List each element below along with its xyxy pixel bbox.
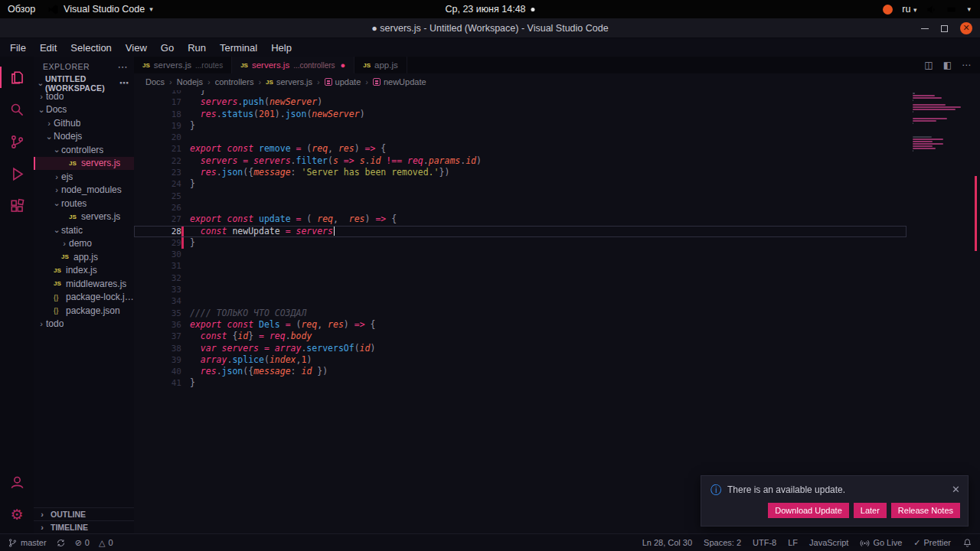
tree-item-demo[interactable]: ›demo (34, 237, 134, 251)
explorer-button[interactable] (0, 61, 34, 93)
menu-selection[interactable]: Selection (64, 38, 118, 57)
screen-share-indicator-icon[interactable] (883, 5, 893, 15)
account-button[interactable] (0, 466, 34, 498)
download-update-button[interactable]: Download Update (768, 503, 848, 518)
breadcrumb-docs[interactable]: Docs (145, 77, 165, 86)
close-icon[interactable]: ✕ (952, 484, 960, 495)
tree-item-controllers[interactable]: ⌄controllers (34, 143, 134, 157)
breadcrumb-servers.js[interactable]: JSservers.js (266, 77, 312, 86)
code-line-25[interactable]: 25 (134, 191, 906, 202)
code-line-27[interactable]: 27export const update = ( req, res) => { (134, 214, 906, 225)
extensions-button[interactable] (0, 190, 34, 222)
later-button[interactable]: Later (854, 503, 887, 518)
code-line-24[interactable]: 24} (134, 178, 906, 190)
breadcrumb-newupdate[interactable]: newUpdate (373, 77, 426, 86)
code-line-28[interactable]: 28 const newUpdate = servers (134, 226, 906, 237)
notifications-bell-status-item[interactable] (962, 538, 972, 548)
tree-item-package-json[interactable]: {}package.json (34, 304, 134, 318)
toggle-editor-layout-button[interactable]: ◧ (943, 60, 952, 70)
clock-menu[interactable]: Ср, 23 июня 14:48 (445, 4, 534, 15)
tree-item-github[interactable]: ›Github (34, 116, 134, 130)
tree-item-node-modules[interactable]: ›node_modules (34, 184, 134, 197)
tree-item-middlewares-js[interactable]: JSmiddlewares.js (34, 277, 134, 291)
code-line-39[interactable]: 39 array.splice(index,1) (134, 354, 906, 366)
code-line-34[interactable]: 34 (134, 295, 906, 307)
code-line-32[interactable]: 32 (134, 272, 906, 284)
tree-item-app-js[interactable]: JSapp.js (34, 250, 134, 264)
encoding-status-item[interactable]: UTF-8 (753, 538, 776, 547)
tab-servers-js-1[interactable]: JSservers.js...controllers● (232, 57, 354, 73)
code-line-17[interactable]: 17 servers.push(newServer) (134, 96, 906, 108)
code-line-29[interactable]: 29} (134, 237, 906, 249)
vertical-scrollbar[interactable] (971, 90, 980, 533)
battery-icon[interactable] (946, 4, 958, 15)
minimize-button[interactable] (921, 28, 929, 29)
code-line-23[interactable]: 23 res.json({message: 'Server has been r… (134, 167, 906, 178)
source-control-button[interactable] (0, 126, 34, 158)
eol-sequence-status-item[interactable]: LF (788, 538, 798, 547)
menu-edit[interactable]: Edit (33, 38, 64, 57)
split-editor-button[interactable]: ◫ (924, 60, 933, 70)
minimap[interactable] (906, 90, 971, 533)
code-line-38[interactable]: 38 var servers = array.serversOf(id) (134, 343, 906, 354)
workspace-more-actions-button[interactable]: ⋯ (119, 77, 134, 89)
tree-item-servers-js[interactable]: JSservers.js (34, 210, 134, 224)
tree-item-docs[interactable]: ⌄Docs (34, 103, 134, 117)
keyboard-layout-button[interactable]: ru ▾ (902, 4, 916, 15)
menu-terminal[interactable]: Terminal (213, 38, 264, 57)
code-line-37[interactable]: 37 const {id} = req.body (134, 331, 906, 342)
menu-file[interactable]: File (3, 38, 33, 57)
menu-view[interactable]: View (119, 38, 154, 57)
explorer-more-actions-button[interactable]: ⋯ (118, 61, 129, 73)
section-timeline[interactable]: ›TIMELINE (34, 520, 134, 533)
system-menu-chevron-icon[interactable]: ▾ (967, 5, 971, 13)
tree-item-todo[interactable]: ›todo (34, 318, 134, 331)
indentation-status-item[interactable]: Spaces: 2 (704, 538, 741, 547)
prettier-status-item[interactable]: ✓Prettier (913, 538, 951, 548)
app-menu-button[interactable]: Visual Studio Code ▾ (47, 4, 153, 15)
warnings-count-status-item[interactable]: △0 (99, 538, 113, 548)
tab-servers-js-0[interactable]: JSservers.js...routes (134, 57, 232, 73)
run-debug-button[interactable] (0, 158, 34, 190)
code-line-41[interactable]: 41} (134, 377, 906, 389)
sync-changes-status-item[interactable] (56, 538, 66, 548)
code-line-31[interactable]: 31 (134, 260, 906, 272)
code-editor[interactable]: 16 }17 servers.push(newServer)18 res.sta… (134, 90, 906, 533)
tree-item-static[interactable]: ⌄static (34, 223, 134, 237)
search-button[interactable] (0, 93, 34, 126)
code-line-30[interactable]: 30 (134, 249, 906, 260)
breadcrumb-controllers[interactable]: controllers (215, 77, 254, 86)
code-line-36[interactable]: 36export const Dels = (req, res) => { (134, 319, 906, 331)
code-line-22[interactable]: 22 servers = servers.filter(s => s.id !=… (134, 155, 906, 167)
activities-button[interactable]: Обзор (8, 4, 35, 15)
menu-go[interactable]: Go (154, 38, 181, 57)
code-line-18[interactable]: 18 res.status(201).json(newServer) (134, 109, 906, 120)
more-actions-button[interactable]: ⋯ (962, 60, 971, 70)
tree-item-package-lock-json[interactable]: {}package-lock.json (34, 291, 134, 305)
tree-item-routes[interactable]: ⌄routes (34, 197, 134, 210)
code-line-35[interactable]: 35//// ТОЛЬКО ЧТО СОЗДАЛ (134, 308, 906, 319)
code-line-21[interactable]: 21export const remove = (req, res) => { (134, 143, 906, 155)
volume-icon[interactable] (926, 4, 937, 15)
maximize-button[interactable] (941, 25, 948, 32)
tab-app-js-2[interactable]: JSapp.js (354, 57, 407, 73)
section-outline[interactable]: ›OUTLINE (34, 507, 134, 520)
breadcrumb-update[interactable]: update (325, 77, 361, 86)
code-line-40[interactable]: 40 res.json({message: id }) (134, 366, 906, 377)
menu-run[interactable]: Run (181, 38, 213, 57)
tree-item-ejs[interactable]: ›ejs (34, 170, 134, 184)
tree-item-servers-js[interactable]: JSservers.js (34, 157, 134, 171)
git-branch-status-item[interactable]: master (8, 538, 47, 548)
go-live-status-item[interactable]: Go Live (860, 538, 902, 548)
workspace-section-header[interactable]: ⌄ UNTITLED (WORKSPACE) ⋯ (34, 77, 134, 90)
close-button[interactable]: ✕ (960, 22, 972, 34)
release-notes-button[interactable]: Release Notes (891, 503, 960, 518)
errors-count-status-item[interactable]: ⊘0 (75, 538, 90, 548)
code-line-19[interactable]: 19} (134, 120, 906, 132)
settings-button[interactable]: ⚙ (0, 498, 34, 530)
menu-help[interactable]: Help (264, 38, 299, 57)
code-line-33[interactable]: 33 (134, 284, 906, 295)
breadcrumb-nodejs[interactable]: Nodejs (177, 77, 203, 86)
code-line-26[interactable]: 26 (134, 202, 906, 214)
tree-item-nodejs[interactable]: ⌄Nodejs (34, 130, 134, 144)
